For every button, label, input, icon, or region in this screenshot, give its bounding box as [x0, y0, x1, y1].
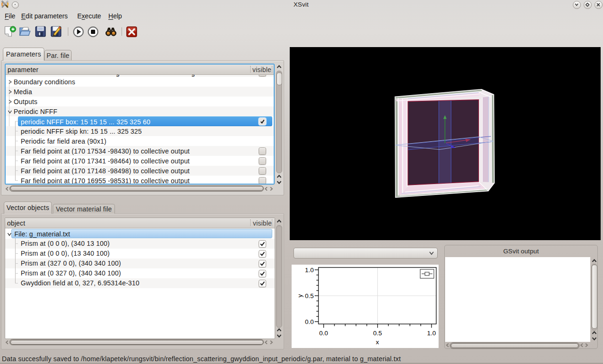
svg-text:y: y [296, 294, 303, 297]
svg-text:1.0: 1.0 [427, 330, 436, 337]
svg-text:1.0: 1.0 [305, 267, 314, 274]
svg-text:0.5: 0.5 [373, 330, 382, 337]
svg-text:0.5: 0.5 [305, 292, 314, 299]
svg-text:0.0: 0.0 [319, 330, 328, 337]
svg-text:x: x [376, 339, 379, 346]
svg-text:0.0: 0.0 [305, 318, 314, 325]
